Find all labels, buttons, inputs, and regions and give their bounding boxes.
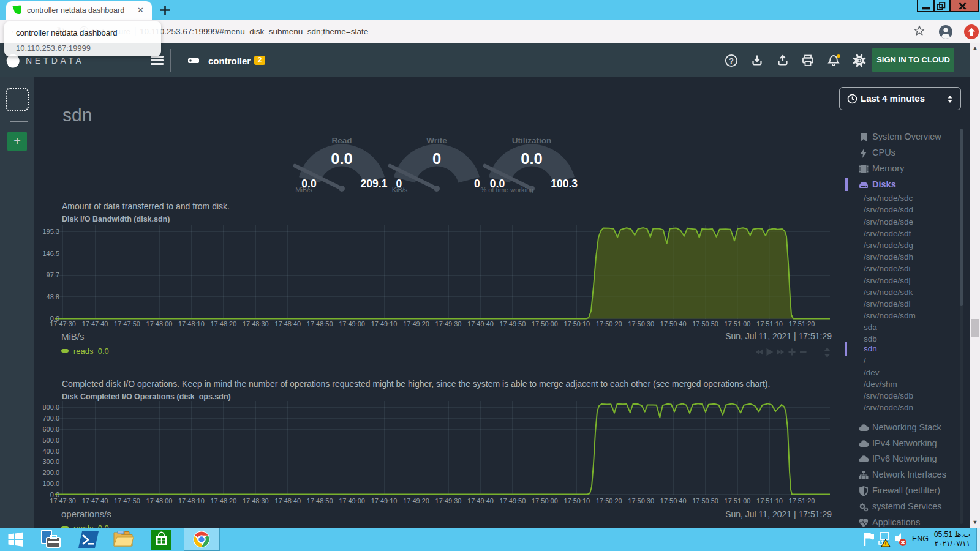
svg-text:17:50:40: 17:50:40 [660, 320, 687, 328]
svg-text:17:49:30: 17:49:30 [435, 497, 462, 504]
svg-text:300.0: 300.0 [42, 458, 59, 465]
svg-text:200.0: 200.0 [42, 469, 59, 476]
svg-text:17:48:00: 17:48:00 [146, 497, 173, 504]
svg-text:17:50:30: 17:50:30 [628, 497, 654, 504]
svg-text:17:49:30: 17:49:30 [435, 320, 462, 328]
svg-text:48.8: 48.8 [47, 293, 59, 301]
svg-text:500.0: 500.0 [42, 437, 59, 444]
svg-text:!: ! [885, 541, 887, 547]
svg-text:17:50:10: 17:50:10 [564, 497, 590, 504]
svg-text:17:48:10: 17:48:10 [178, 320, 205, 328]
svg-text:17:49:00: 17:49:00 [339, 320, 365, 328]
svg-text:17:50:20: 17:50:20 [596, 497, 622, 504]
svg-text:17:51:10: 17:51:10 [756, 497, 783, 504]
svg-text:17:51:20: 17:51:20 [789, 497, 815, 504]
svg-text:17:51:10: 17:51:10 [756, 320, 783, 328]
svg-text:17:49:00: 17:49:00 [339, 497, 365, 504]
svg-text:600.0: 600.0 [42, 425, 59, 433]
svg-text:209.1: 209.1 [361, 178, 388, 190]
svg-text:0: 0 [474, 178, 480, 190]
svg-text:17:51:00: 17:51:00 [725, 320, 751, 328]
svg-text:17:49:40: 17:49:40 [467, 320, 494, 328]
svg-text:17:48:40: 17:48:40 [274, 320, 301, 328]
svg-text:17:49:10: 17:49:10 [371, 497, 398, 504]
svg-text:17:48:00: 17:48:00 [146, 320, 173, 328]
svg-text:17:50:10: 17:50:10 [564, 320, 590, 328]
svg-text:17:48:50: 17:48:50 [307, 497, 333, 504]
svg-text:Utilization: Utilization [512, 136, 552, 145]
svg-text:17:50:00: 17:50:00 [532, 320, 558, 328]
svg-text:MiB/s: MiB/s [295, 186, 312, 193]
svg-text:17:49:50: 17:49:50 [499, 497, 526, 504]
svg-text:17:50:50: 17:50:50 [692, 497, 718, 504]
svg-text:17:47:50: 17:47:50 [114, 497, 140, 504]
svg-text:0.0: 0.0 [521, 150, 542, 167]
svg-text:17:48:30: 17:48:30 [243, 497, 269, 504]
svg-text:KiB/s: KiB/s [392, 186, 408, 193]
svg-text:146.5: 146.5 [42, 250, 59, 257]
svg-text:17:48:20: 17:48:20 [210, 497, 236, 504]
svg-text:17:49:20: 17:49:20 [403, 320, 429, 328]
svg-text:97.7: 97.7 [47, 271, 59, 279]
svg-text:17:49:10: 17:49:10 [371, 320, 398, 328]
svg-text:17:47:30: 17:47:30 [50, 320, 76, 328]
svg-text:17:50:50: 17:50:50 [692, 320, 718, 328]
svg-text:700.0: 700.0 [42, 414, 59, 422]
svg-text:?: ? [729, 56, 734, 66]
svg-text:0.0: 0.0 [331, 150, 352, 167]
svg-text:800.0: 800.0 [42, 403, 59, 411]
svg-text:17:49:40: 17:49:40 [467, 497, 494, 504]
svg-text:Read: Read [331, 136, 352, 145]
svg-text:Write: Write [426, 136, 447, 145]
svg-text:17:47:50: 17:47:50 [114, 320, 140, 328]
svg-text:17:47:40: 17:47:40 [82, 320, 108, 328]
svg-text:% of time working: % of time working [480, 186, 533, 193]
svg-text:17:49:50: 17:49:50 [499, 320, 526, 328]
svg-text:17:47:30: 17:47:30 [50, 497, 76, 504]
svg-text:0: 0 [432, 150, 441, 167]
svg-text:17:48:20: 17:48:20 [210, 320, 236, 328]
svg-text:17:50:30: 17:50:30 [628, 320, 654, 328]
svg-text:17:51:00: 17:51:00 [725, 497, 751, 504]
svg-text:17:48:40: 17:48:40 [274, 497, 301, 504]
svg-text:17:49:20: 17:49:20 [403, 497, 429, 504]
svg-text:195.3: 195.3 [42, 228, 59, 235]
svg-text:17:51:20: 17:51:20 [789, 320, 815, 328]
svg-text:17:47:40: 17:47:40 [82, 497, 108, 504]
svg-text:400.0: 400.0 [42, 448, 59, 455]
svg-text:17:50:00: 17:50:00 [532, 497, 558, 504]
svg-text:100.3: 100.3 [551, 178, 578, 190]
svg-text:100.0: 100.0 [42, 480, 59, 487]
svg-text:17:50:20: 17:50:20 [596, 320, 622, 328]
svg-text:17:48:50: 17:48:50 [307, 320, 333, 328]
svg-text:17:48:30: 17:48:30 [243, 320, 269, 328]
svg-text:17:50:40: 17:50:40 [660, 497, 687, 504]
svg-text:17:48:10: 17:48:10 [178, 497, 205, 504]
